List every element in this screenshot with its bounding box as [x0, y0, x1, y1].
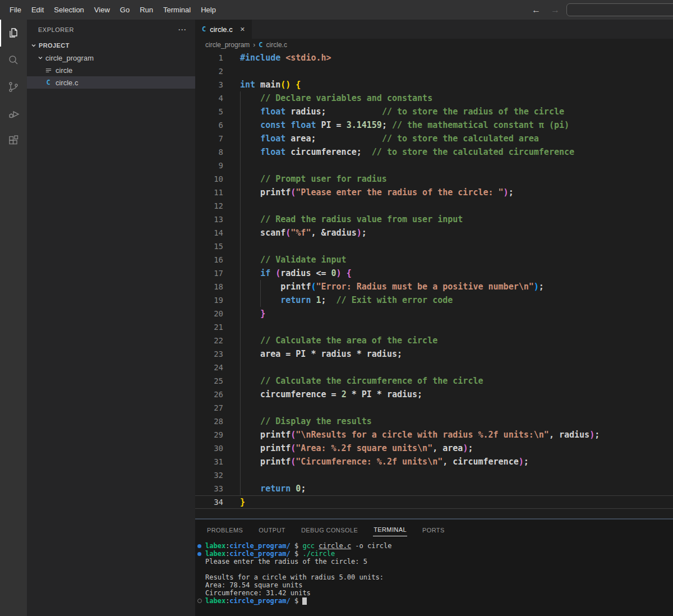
line-number: 28 — [195, 417, 240, 426]
line-number: 1 — [195, 53, 240, 62]
code-line-22[interactable]: 22 // Calculate the area of the circle — [195, 334, 673, 347]
terminal-line-1: labex:circle_program/ $ gcc circle.c -o … — [197, 542, 673, 550]
code-line-16[interactable]: 16 // Validate input — [195, 253, 673, 266]
tab-circle-c[interactable]: C circle.c ✕ — [195, 20, 252, 39]
menu-bar: FileEditSelectionViewGoRunTerminalHelp — [0, 0, 221, 20]
breadcrumb-folder[interactable]: circle_program — [205, 41, 250, 49]
code-line-4[interactable]: 4 // Declare variables and constants — [195, 91, 673, 105]
line-number: 6 — [195, 121, 240, 130]
code-line-23[interactable]: 23 area = PI * radius * radius; — [195, 347, 673, 361]
nav-back-icon[interactable]: ← — [532, 0, 541, 20]
line-number: 30 — [195, 444, 240, 453]
menu-item-terminal[interactable]: Terminal — [158, 0, 196, 20]
code-line-11[interactable]: 11 printf("Please enter the radius of th… — [195, 186, 673, 199]
code-line-5[interactable]: 5 float radius; // to store the radius o… — [195, 105, 673, 118]
command-search-box[interactable] — [566, 3, 673, 16]
code-line-33[interactable]: 33 return 0; — [195, 482, 673, 495]
terminal-line-6: Area: 78.54 square units — [197, 581, 673, 589]
line-number: 12 — [195, 201, 240, 210]
terminal-line-2: labex:circle_program/ $ ./circle — [197, 550, 673, 558]
breadcrumb-separator: › — [253, 41, 255, 49]
menu-item-file[interactable]: File — [4, 0, 26, 20]
title-bar: FileEditSelectionViewGoRunTerminalHelp ←… — [0, 0, 673, 20]
menu-item-run[interactable]: Run — [135, 0, 158, 20]
menu-item-view[interactable]: View — [89, 0, 115, 20]
line-number: 8 — [195, 148, 240, 157]
menu-item-edit[interactable]: Edit — [26, 0, 49, 20]
explorer-sidebar: EXPLORER ⋯ PROJECT circle_program circle — [27, 20, 195, 616]
explorer-header: EXPLORER ⋯ — [27, 20, 195, 39]
code-line-1[interactable]: 1#include <stdio.h> — [195, 51, 673, 65]
line-number: 13 — [195, 215, 240, 224]
code-line-28[interactable]: 28 // Display the results — [195, 415, 673, 428]
search-icon[interactable] — [0, 47, 27, 73]
code-line-9[interactable]: 9 — [195, 159, 673, 172]
code-line-17[interactable]: 17 if (radius <= 0) { — [195, 266, 673, 280]
line-number: 24 — [195, 363, 240, 372]
code-line-19[interactable]: 19 return 1; // Exit with error code — [195, 293, 673, 307]
folder-label: circle_program — [45, 54, 94, 62]
line-number: 34 — [195, 498, 240, 507]
line-number: 19 — [195, 296, 240, 305]
code-line-27[interactable]: 27 — [195, 401, 673, 415]
source-control-icon[interactable] — [0, 73, 27, 100]
line-number: 16 — [195, 255, 240, 264]
code-line-24[interactable]: 24 — [195, 361, 673, 374]
code-line-14[interactable]: 14 scanf("%f", &radius); — [195, 226, 673, 240]
tree-file-circle[interactable]: circle — [27, 64, 195, 76]
tree-file-circle-c[interactable]: C circle.c — [27, 76, 195, 89]
code-line-15[interactable]: 15 — [195, 240, 673, 253]
line-number: 33 — [195, 484, 240, 493]
menu-item-help[interactable]: Help — [196, 0, 221, 20]
line-number: 17 — [195, 269, 240, 278]
code-line-20[interactable]: 20 } — [195, 307, 673, 320]
panel-tab-output[interactable]: OUTPUT — [258, 522, 286, 536]
code-line-21[interactable]: 21 — [195, 320, 673, 334]
breadcrumb[interactable]: circle_program › C circle.c — [195, 39, 673, 51]
menu-item-selection[interactable]: Selection — [49, 0, 89, 20]
extensions-icon[interactable] — [0, 127, 27, 154]
code-line-30[interactable]: 30 printf("Area: %.2f square units\n", a… — [195, 442, 673, 455]
code-line-34[interactable]: 34} — [195, 495, 673, 509]
breadcrumb-file[interactable]: circle.c — [266, 41, 287, 49]
terminal-line-3: Please enter the radius of the circle: 5 — [197, 558, 673, 566]
line-number: 5 — [195, 107, 240, 116]
panel-tab-bar: PROBLEMSOUTPUTDEBUG CONSOLETERMINALPORTS — [195, 520, 673, 539]
tab-label: circle.c — [210, 25, 232, 34]
run-debug-icon[interactable] — [0, 100, 27, 127]
terminal-line-8: labex:circle_program/ $ — [197, 597, 673, 605]
command-decoration-filled — [197, 552, 205, 556]
code-line-31[interactable]: 31 printf("Circumference: %.2f units\n",… — [195, 455, 673, 468]
code-line-8[interactable]: 8 float circumference; // to store the c… — [195, 145, 673, 159]
code-line-3[interactable]: 3int main() { — [195, 78, 673, 91]
nav-forward-icon[interactable]: → — [551, 0, 560, 20]
code-area[interactable]: 1#include <stdio.h>23int main() {4 // De… — [195, 51, 673, 509]
editor-group: C circle.c ✕ circle_program › C circle.c… — [195, 20, 673, 519]
close-icon[interactable]: ✕ — [240, 26, 245, 33]
c-file-icon: C — [44, 79, 53, 86]
panel-tab-debug-console[interactable]: DEBUG CONSOLE — [301, 522, 358, 536]
file-label: circle.c — [56, 79, 78, 87]
menu-item-go[interactable]: Go — [115, 0, 135, 20]
code-line-7[interactable]: 7 float area; // to store the calculated… — [195, 132, 673, 145]
code-line-10[interactable]: 10 // Prompt user for radius — [195, 172, 673, 186]
tree-folder-circle-program[interactable]: circle_program — [27, 52, 195, 64]
tree-root-project[interactable]: PROJECT — [27, 39, 195, 52]
code-line-6[interactable]: 6 const float PI = 3.14159; // the mathe… — [195, 118, 673, 132]
code-line-18[interactable]: 18 printf("Error: Radius must be a posit… — [195, 280, 673, 293]
panel-tab-ports[interactable]: PORTS — [422, 522, 445, 536]
command-search-input[interactable] — [567, 4, 673, 16]
explorer-icon[interactable] — [0, 20, 27, 47]
text-file-icon — [44, 67, 53, 74]
explorer-more-actions-icon[interactable]: ⋯ — [178, 25, 186, 35]
code-line-29[interactable]: 29 printf("\nResults for a circle with r… — [195, 428, 673, 442]
terminal[interactable]: labex:circle_program/ $ gcc circle.c -o … — [195, 542, 673, 605]
code-line-26[interactable]: 26 circumference = 2 * PI * radius; — [195, 388, 673, 401]
code-line-32[interactable]: 32 — [195, 468, 673, 482]
code-line-13[interactable]: 13 // Read the radius value from user in… — [195, 213, 673, 226]
panel-tab-problems[interactable]: PROBLEMS — [206, 522, 243, 536]
panel-tab-terminal[interactable]: TERMINAL — [373, 522, 407, 536]
code-line-12[interactable]: 12 — [195, 199, 673, 213]
code-line-25[interactable]: 25 // Calculate the circumference of the… — [195, 374, 673, 388]
code-line-2[interactable]: 2 — [195, 65, 673, 78]
